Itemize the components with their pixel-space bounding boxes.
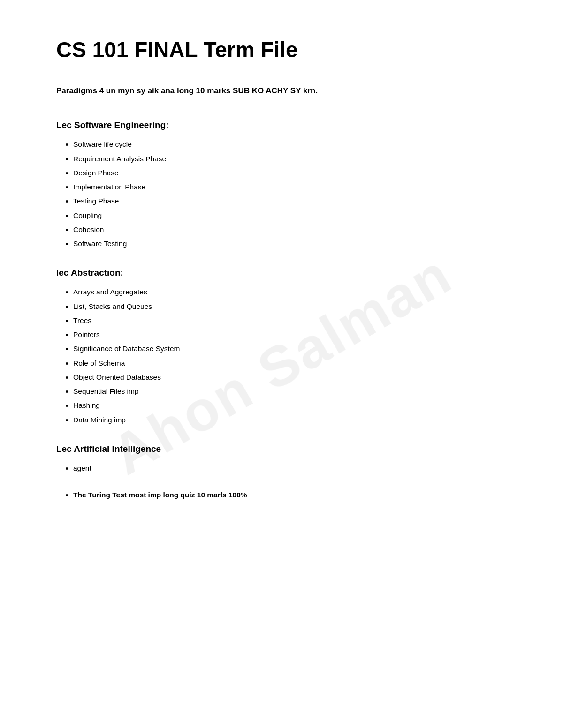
bullet-list-artificial-intelligence: agentThe Turing Test most imp long quiz …: [56, 463, 507, 501]
list-item: Coupling: [73, 210, 507, 221]
section-heading-artificial-intelligence: Lec Artificial Intelligence: [56, 444, 507, 454]
list-item: Data Mining imp: [73, 414, 507, 425]
section-artificial-intelligence: Lec Artificial IntelligenceagentThe Turi…: [56, 444, 507, 501]
list-spacer: [73, 477, 507, 486]
list-item: Testing Phase: [73, 195, 507, 206]
list-item: Hashing: [73, 400, 507, 411]
list-item: Trees: [73, 315, 507, 326]
list-item: Design Phase: [73, 167, 507, 178]
bullet-list-software-engineering: Software life cycleRequirement Analysis …: [56, 139, 507, 249]
section-software-engineering: Lec Software Engineering:Software life c…: [56, 120, 507, 249]
page-title: CS 101 FINAL Term File: [56, 38, 507, 62]
list-item: Implementation Phase: [73, 181, 507, 192]
list-item: Arrays and Aggregates: [73, 286, 507, 297]
subtitle: Paradigms 4 un myn sy aik ana long 10 ma…: [56, 85, 507, 97]
list-item: Pointers: [73, 329, 507, 340]
list-item: agent: [73, 463, 507, 473]
list-item: Significance of Database System: [73, 343, 507, 354]
list-item: Cohesion: [73, 224, 507, 235]
list-item: Requirement Analysis Phase: [73, 153, 507, 164]
list-item: Software life cycle: [73, 139, 507, 150]
list-item: Sequential Files imp: [73, 386, 507, 397]
list-item: Object Oriented Databases: [73, 372, 507, 383]
list-item: Role of Schema: [73, 358, 507, 368]
list-item: List, Stacks and Queues: [73, 301, 507, 312]
bullet-list-abstraction: Arrays and AggregatesList, Stacks and Qu…: [56, 286, 507, 425]
list-item: Software Testing: [73, 238, 507, 249]
section-heading-abstraction: lec Abstraction:: [56, 268, 507, 278]
section-abstraction: lec Abstraction:Arrays and AggregatesLis…: [56, 268, 507, 425]
section-heading-software-engineering: Lec Software Engineering:: [56, 120, 507, 130]
list-item: The Turing Test most imp long quiz 10 ma…: [73, 489, 507, 500]
